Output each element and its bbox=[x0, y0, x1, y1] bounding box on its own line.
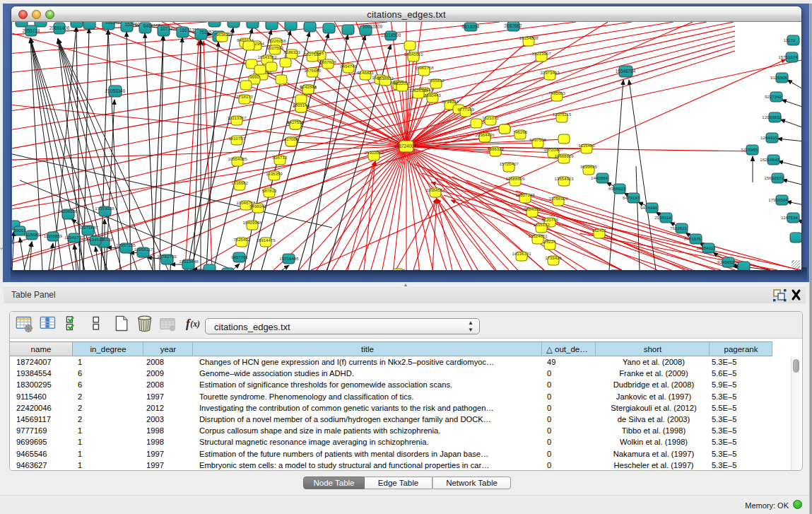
svg-text:746266: 746266 bbox=[513, 129, 528, 134]
svg-text:9699695: 9699695 bbox=[580, 164, 597, 169]
svg-text:12942737: 12942737 bbox=[64, 235, 84, 240]
svg-text:15409948: 15409948 bbox=[242, 220, 262, 225]
svg-text:10958117: 10958117 bbox=[134, 247, 153, 252]
svg-text:2087682: 2087682 bbox=[505, 23, 522, 28]
svg-text:14136141: 14136141 bbox=[512, 251, 531, 256]
svg-text:18807249: 18807249 bbox=[515, 192, 535, 197]
svg-text:9327508: 9327508 bbox=[304, 52, 321, 57]
svg-text:6794024: 6794024 bbox=[442, 99, 459, 104]
svg-text:7963822: 7963822 bbox=[213, 32, 230, 37]
svg-text:417006: 417006 bbox=[284, 136, 299, 141]
svg-text:15751074: 15751074 bbox=[778, 54, 798, 59]
svg-text:17359928: 17359928 bbox=[95, 206, 114, 211]
svg-text:6120746: 6120746 bbox=[541, 217, 558, 222]
svg-text:13226058: 13226058 bbox=[266, 38, 286, 43]
svg-text:6497508: 6497508 bbox=[529, 137, 546, 142]
svg-text:7625402: 7625402 bbox=[233, 237, 250, 242]
svg-text:1115685: 1115685 bbox=[23, 232, 40, 237]
svg-text:20691406: 20691406 bbox=[49, 25, 70, 30]
svg-text:15720407: 15720407 bbox=[543, 147, 563, 152]
svg-text:21053346: 21053346 bbox=[105, 88, 126, 93]
svg-text:7986322: 7986322 bbox=[487, 146, 504, 151]
svg-text:1916682: 1916682 bbox=[231, 180, 248, 185]
svg-text:826713: 826713 bbox=[273, 155, 288, 160]
svg-text:8813054: 8813054 bbox=[462, 24, 480, 29]
svg-text:9990: 9990 bbox=[249, 74, 259, 79]
svg-text:1621072: 1621072 bbox=[482, 115, 499, 120]
svg-text:15720407: 15720407 bbox=[499, 161, 519, 166]
svg-text:11172: 11172 bbox=[784, 37, 796, 42]
svg-text:1134513: 1134513 bbox=[87, 237, 104, 242]
svg-text:16782759: 16782759 bbox=[157, 254, 177, 259]
svg-text:12213967: 12213967 bbox=[531, 51, 551, 56]
svg-text:17916504: 17916504 bbox=[768, 197, 788, 202]
svg-text:6479197: 6479197 bbox=[623, 195, 640, 200]
svg-text:10033809: 10033809 bbox=[363, 24, 383, 29]
svg-text:8186323: 8186323 bbox=[283, 49, 300, 54]
svg-text:9227342: 9227342 bbox=[765, 94, 782, 99]
svg-text:11156859: 11156859 bbox=[44, 233, 63, 238]
svg-text:8471676: 8471676 bbox=[684, 236, 702, 241]
svg-text:2718170: 2718170 bbox=[236, 94, 253, 99]
svg-text:9115460: 9115460 bbox=[578, 143, 595, 148]
svg-text:(x): (x) bbox=[190, 320, 200, 329]
svg-text:12975115: 12975115 bbox=[553, 112, 572, 117]
svg-text:9657791: 9657791 bbox=[231, 255, 249, 259]
svg-text:1615132: 1615132 bbox=[533, 222, 550, 227]
svg-text:10688609: 10688609 bbox=[505, 176, 525, 181]
svg-text:2935114: 2935114 bbox=[654, 215, 671, 220]
svg-text:1167534: 1167534 bbox=[781, 215, 798, 220]
svg-text:587833: 587833 bbox=[262, 188, 277, 193]
svg-text:162451: 162451 bbox=[592, 228, 607, 233]
svg-text:16548784: 16548784 bbox=[616, 69, 636, 74]
svg-text:8454749: 8454749 bbox=[340, 64, 357, 69]
svg-text:10654985: 10654985 bbox=[228, 156, 247, 161]
svg-text:9245652: 9245652 bbox=[717, 259, 735, 264]
svg-text:9146821: 9146821 bbox=[357, 70, 374, 75]
svg-text:1810757: 1810757 bbox=[228, 136, 245, 141]
svg-text:17957255: 17957255 bbox=[116, 243, 136, 247]
svg-text:18724007: 18724007 bbox=[396, 144, 417, 148]
svg-text:7485003: 7485003 bbox=[548, 90, 565, 95]
svg-text:20364436: 20364436 bbox=[475, 132, 495, 137]
svg-text:9327503: 9327503 bbox=[266, 45, 283, 50]
svg-text:13524851: 13524851 bbox=[528, 233, 548, 238]
svg-text:33975887: 33975887 bbox=[78, 225, 98, 230]
svg-text:25224: 25224 bbox=[544, 239, 557, 244]
svg-text:7955812: 7955812 bbox=[428, 78, 445, 83]
svg-text:10654112: 10654112 bbox=[696, 245, 716, 250]
svg-text:3875685: 3875685 bbox=[304, 68, 321, 73]
svg-text:19384554: 19384554 bbox=[425, 187, 445, 192]
svg-text:8322017: 8322017 bbox=[394, 81, 411, 86]
svg-text:9777169: 9777169 bbox=[457, 107, 474, 112]
svg-text:1135359: 1135359 bbox=[266, 171, 283, 176]
svg-text:19756928: 19756928 bbox=[548, 196, 568, 201]
svg-text:2055724: 2055724 bbox=[23, 28, 40, 33]
svg-text:12213367: 12213367 bbox=[227, 115, 247, 120]
svg-text:5498242: 5498242 bbox=[249, 204, 266, 209]
svg-text:16914479: 16914479 bbox=[256, 238, 276, 243]
svg-text:10688609: 10688609 bbox=[554, 153, 574, 158]
svg-text:10973493: 10973493 bbox=[540, 70, 560, 75]
svg-text:3215955: 3215955 bbox=[741, 147, 758, 152]
svg-text:25302013: 25302013 bbox=[364, 150, 384, 155]
svg-text:2803144: 2803144 bbox=[293, 103, 310, 107]
svg-text:8938923: 8938923 bbox=[608, 186, 626, 191]
svg-text:9684007: 9684007 bbox=[524, 206, 541, 211]
svg-text:16210643: 16210643 bbox=[760, 157, 779, 162]
svg-text:9242848: 9242848 bbox=[300, 84, 317, 89]
svg-text:8427552: 8427552 bbox=[287, 119, 304, 124]
svg-text:1244415: 1244415 bbox=[760, 135, 778, 140]
svg-text:1733426: 1733426 bbox=[545, 255, 562, 260]
svg-text:15716485: 15716485 bbox=[279, 256, 299, 261]
svg-text:12093832: 12093832 bbox=[762, 115, 782, 119]
svg-text:13654923: 13654923 bbox=[554, 176, 574, 181]
svg-text:18640910: 18640910 bbox=[404, 52, 423, 57]
svg-text:2867608: 2867608 bbox=[319, 59, 336, 64]
svg-text:16961758: 16961758 bbox=[414, 65, 434, 70]
svg-text:13626115: 13626115 bbox=[409, 88, 428, 93]
svg-text:1538852: 1538852 bbox=[377, 76, 394, 81]
svg-text:9129906: 9129906 bbox=[770, 75, 788, 80]
svg-text:16543362: 16543362 bbox=[257, 54, 277, 59]
svg-text:26206556: 26206556 bbox=[58, 209, 78, 214]
